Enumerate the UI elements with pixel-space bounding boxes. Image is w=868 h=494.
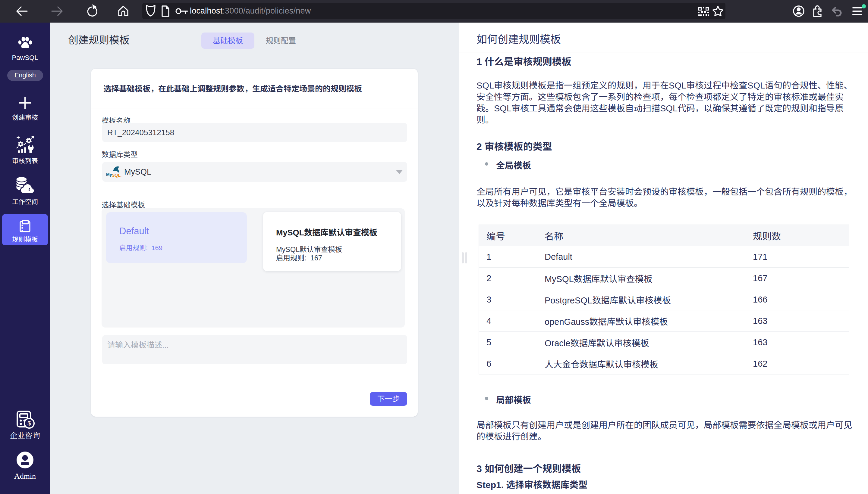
svg-text:$: $ <box>28 420 31 426</box>
svg-text:My: My <box>106 172 112 177</box>
svg-text:SQL.: SQL. <box>112 173 122 177</box>
